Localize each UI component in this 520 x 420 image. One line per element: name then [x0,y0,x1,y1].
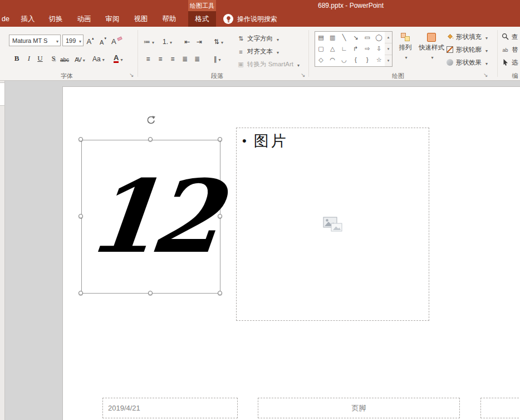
gallery-more[interactable]: ▾ [385,55,392,66]
shape-right-brace[interactable]: } [366,56,369,63]
indent-icon: ⇥ [197,38,202,46]
content-placeholder[interactable]: • 图片 [236,128,429,321]
resize-handle-nw[interactable] [79,137,83,141]
date-placeholder[interactable]: 2019/4/21 [102,398,238,418]
chevron-down-icon[interactable] [77,37,81,44]
resize-handle-ne[interactable] [218,137,222,141]
find-button[interactable]: 查 [501,32,518,42]
justify-icon: ≣ [182,55,188,63]
chevron-down-icon[interactable] [168,38,172,46]
shape-rounded-rectangle[interactable]: ▢ [318,45,323,52]
shape-textbox[interactable]: ▤ [318,34,323,41]
resize-handle-w[interactable] [79,214,83,218]
bold-button[interactable]: B [12,52,21,63]
shape-line[interactable]: ╲ [342,34,346,41]
shape-arc-up[interactable]: ◠ [330,56,335,64]
shape-rectangle[interactable]: ▭ [365,34,370,41]
bullets-button[interactable]: ≔ [144,35,154,46]
chevron-down-icon[interactable] [55,37,58,44]
text-direction-button[interactable]: ⇅ 文字方向 [237,33,279,44]
arrange-button[interactable]: 排列 [394,30,416,69]
slide[interactable]: 12 • 图片 [62,86,520,420]
shape-star[interactable]: ☆ [376,56,382,64]
increase-font-size-button[interactable]: A ▴ [86,35,95,46]
shape-down-block-arrow[interactable]: ⇩ [376,45,381,52]
tab-partial[interactable]: de [0,11,11,27]
contextual-tab-header[interactable]: 绘图工具 [188,0,216,11]
tab-help[interactable]: 帮助 [156,11,182,27]
italic-button[interactable]: I [24,52,33,63]
tab-insert[interactable]: 插入 [16,11,40,27]
shape-outline-button[interactable]: 形状轮廓 [445,45,488,55]
replace-button[interactable]: ab 替 [501,45,518,55]
chevron-down-icon[interactable] [81,56,85,63]
footer-placeholder[interactable]: 页脚 [258,398,460,418]
tell-me-button[interactable]: 操作说明搜索 [223,11,277,27]
shape-fill-button[interactable]: 形状填充 [445,32,488,42]
picture-placeholder-icon[interactable] [322,216,344,233]
ribbon-tab-bar: de 插入 切换 动画 审阅 视图 帮助 格式 操作说明搜索 [0,11,520,27]
increase-indent-button[interactable]: ⇥ [195,35,204,46]
resize-handle-s[interactable] [148,291,153,295]
shape-effects-button[interactable]: 形状效果 [445,57,488,68]
clear-formatting-button[interactable]: A [111,35,122,46]
line-spacing-button[interactable]: ⇅ [214,35,223,46]
gallery-scroll-down[interactable]: ▾ [385,43,392,55]
shape-vertical-textbox[interactable]: ▥ [330,34,335,41]
font-dialog-launcher[interactable]: ↘ [129,72,134,79]
shape-right-block-arrow[interactable]: ⇨ [365,45,370,52]
tab-view[interactable]: 视图 [128,11,154,27]
align-right-button[interactable]: ≡ [168,52,177,63]
text-shadow-button[interactable]: S [49,52,58,63]
shape-left-brace[interactable]: { [355,56,357,63]
font-color-button[interactable]: A [114,52,122,63]
align-left-button[interactable]: ≡ [144,52,153,63]
paragraph-dialog-launcher[interactable]: ↘ [301,72,305,79]
slide-canvas: 12 • 图片 [0,81,520,420]
change-case-button[interactable]: Aa [92,52,105,63]
tab-animations[interactable]: 动画 [71,11,97,27]
chevron-down-icon [296,61,300,68]
select-button[interactable]: 选 [501,57,518,68]
tab-format[interactable]: 格式 [188,11,216,27]
font-size-combo[interactable]: 199 [62,35,84,46]
gallery-scroll-up[interactable]: ▴ [385,32,392,43]
tab-review[interactable]: 审阅 [100,11,125,27]
align-text-button[interactable]: ≡ 对齐文本 [237,46,279,57]
shape-diamond[interactable]: ◇ [318,56,323,64]
slidenumber-placeholder[interactable] [480,398,520,418]
shape-elbow-arrow[interactable]: ↱ [353,45,358,52]
columns-button[interactable]: ∥ [213,52,222,63]
smartart-label: 转换为 SmartArt [247,60,293,69]
distributed-button[interactable]: ≣ [193,52,202,63]
convert-smartart-button[interactable]: ▣ 转换为 SmartArt [237,59,300,70]
shape-oval[interactable]: ◯ [375,34,382,41]
selected-text-shape[interactable]: 12 [73,140,228,294]
shape-arc-down[interactable]: ◡ [341,56,347,64]
rotate-handle[interactable] [146,115,156,125]
decrease-font-size-button[interactable]: A ▾ [99,35,107,46]
resize-handle-n[interactable] [148,137,153,141]
align-center-button[interactable]: ≡ [156,52,165,63]
decrease-indent-button[interactable]: ⇤ [183,35,192,46]
resize-handle-e[interactable] [218,214,222,218]
shape-triangle[interactable]: △ [330,45,335,52]
chevron-down-icon[interactable] [150,38,154,46]
resize-handle-sw[interactable] [79,291,83,295]
chevron-down-icon[interactable] [119,55,122,63]
chevron-down-icon[interactable] [219,38,223,46]
shape-arrow-line[interactable]: ↘ [353,34,358,41]
strikethrough-button[interactable]: abc [60,52,69,63]
resize-handle-se[interactable] [218,291,222,295]
tab-transitions[interactable]: 切换 [43,11,68,27]
drawing-dialog-launcher[interactable]: ↘ [483,72,488,79]
justify-button[interactable]: ≣ [180,52,189,63]
character-spacing-button[interactable]: AV [75,52,85,63]
shape-right-angle[interactable]: ∟ [341,45,347,52]
numbering-button[interactable]: 1. [163,35,172,46]
chevron-down-icon[interactable] [101,55,105,63]
font-name-combo[interactable]: Matura MT S [9,35,61,46]
underline-button[interactable]: U [36,52,45,63]
quick-styles-button[interactable]: 快速样式 [418,30,445,69]
chevron-down-icon[interactable] [217,55,220,63]
